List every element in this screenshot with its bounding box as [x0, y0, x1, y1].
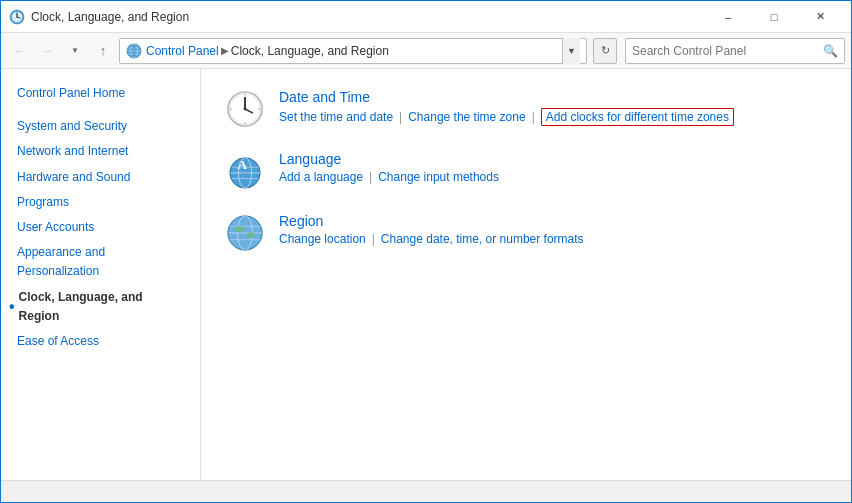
path-root[interactable]: Control Panel: [146, 44, 219, 58]
sidebar-item-system-security[interactable]: System and Security: [1, 114, 200, 139]
panel-item-date-time: Date and Time Set the time and date | Ch…: [225, 89, 827, 129]
sidebar-item-control-panel-home[interactable]: Control Panel Home: [1, 81, 200, 106]
svg-point-13: [244, 108, 247, 111]
language-title[interactable]: Language: [279, 151, 499, 167]
sidebar-item-clock-label: Clock, Language, and Region: [19, 288, 184, 326]
panel-content: Date and Time Set the time and date | Ch…: [201, 69, 851, 480]
globe-icon: [126, 43, 142, 59]
sidebar-item-ease-of-access[interactable]: Ease of Access: [1, 329, 200, 354]
add-language-link[interactable]: Add a language: [279, 170, 363, 184]
main-content: Control Panel Home System and Security N…: [1, 69, 851, 480]
sep2: |: [532, 110, 535, 124]
active-bullet: •: [9, 294, 15, 320]
status-bar: [1, 480, 851, 502]
region-title[interactable]: Region: [279, 213, 584, 229]
change-location-link[interactable]: Change location: [279, 232, 366, 246]
change-timezone-link[interactable]: Change the time zone: [408, 110, 525, 124]
sep4: |: [372, 232, 375, 246]
date-time-links: Set the time and date | Change the time …: [279, 108, 734, 126]
path-separator: ▶: [221, 45, 229, 56]
up-button[interactable]: ↑: [91, 39, 115, 63]
sidebar: Control Panel Home System and Security N…: [1, 69, 201, 480]
region-details: Region Change location | Change date, ti…: [279, 213, 584, 246]
sep3: |: [369, 170, 372, 184]
path-child: Clock, Language, and Region: [231, 44, 389, 58]
window-title: Clock, Language, and Region: [31, 10, 705, 24]
sidebar-item-programs[interactable]: Programs: [1, 190, 200, 215]
window-controls: – □ ✕: [705, 1, 843, 33]
search-icon[interactable]: 🔍: [823, 44, 838, 58]
language-links: Add a language | Change input methods: [279, 170, 499, 184]
region-icon: [225, 213, 265, 253]
date-time-details: Date and Time Set the time and date | Ch…: [279, 89, 734, 126]
panel-item-region: Region Change location | Change date, ti…: [225, 213, 827, 253]
date-time-title[interactable]: Date and Time: [279, 89, 734, 105]
address-dropdown-button[interactable]: ▼: [562, 38, 580, 64]
maximize-button[interactable]: □: [751, 1, 797, 33]
address-path: Control Panel ▶ Clock, Language, and Reg…: [146, 44, 389, 58]
back-button[interactable]: ←: [7, 39, 31, 63]
window-icon: [9, 9, 25, 25]
address-bar: ← → ▼ ↑ Control Panel ▶ Clock, Language,…: [1, 33, 851, 69]
close-button[interactable]: ✕: [797, 1, 843, 33]
refresh-button[interactable]: ↻: [593, 38, 617, 64]
add-clocks-link[interactable]: Add clocks for different time zones: [541, 108, 734, 126]
region-links: Change location | Change date, time, or …: [279, 232, 584, 246]
sidebar-item-appearance[interactable]: Appearance andPersonalization: [1, 240, 200, 284]
title-bar: Clock, Language, and Region – □ ✕: [1, 1, 851, 33]
search-input[interactable]: [632, 44, 819, 58]
language-icon: A: [225, 151, 265, 191]
main-window: Clock, Language, and Region – □ ✕ ← → ▼ …: [0, 0, 852, 503]
change-input-link[interactable]: Change input methods: [378, 170, 499, 184]
address-box[interactable]: Control Panel ▶ Clock, Language, and Reg…: [119, 38, 587, 64]
minimize-button[interactable]: –: [705, 1, 751, 33]
sep1: |: [399, 110, 402, 124]
recent-pages-button[interactable]: ▼: [63, 39, 87, 63]
svg-point-29: [235, 226, 245, 233]
sidebar-item-clock-language[interactable]: • Clock, Language, and Region: [1, 285, 200, 329]
svg-point-30: [247, 232, 255, 238]
sidebar-item-hardware-sound[interactable]: Hardware and Sound: [1, 165, 200, 190]
date-time-icon: [225, 89, 265, 129]
language-details: Language Add a language | Change input m…: [279, 151, 499, 184]
svg-text:A: A: [237, 157, 247, 172]
sidebar-item-user-accounts[interactable]: User Accounts: [1, 215, 200, 240]
change-date-formats-link[interactable]: Change date, time, or number formats: [381, 232, 584, 246]
forward-button[interactable]: →: [35, 39, 59, 63]
set-time-date-link[interactable]: Set the time and date: [279, 110, 393, 124]
search-box[interactable]: 🔍: [625, 38, 845, 64]
panel-item-language: A Language Add a language | Change input…: [225, 151, 827, 191]
sidebar-item-network-internet[interactable]: Network and Internet: [1, 139, 200, 164]
